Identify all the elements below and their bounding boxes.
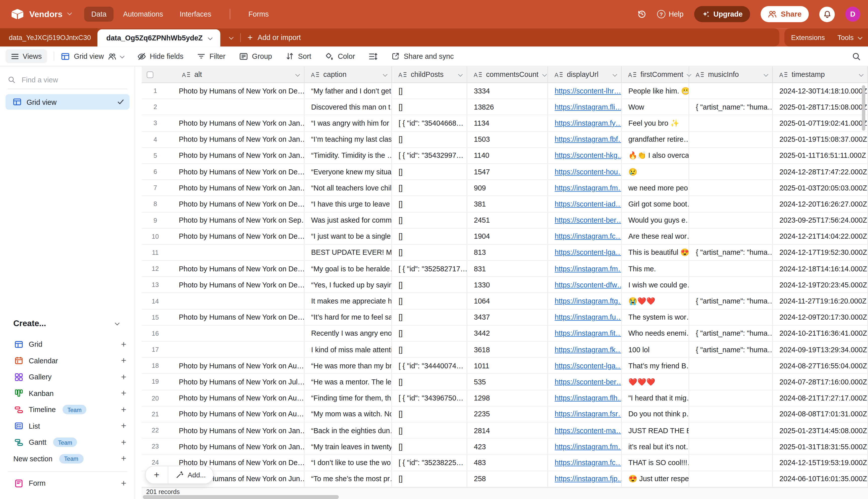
cell-rownum[interactable]: 14	[142, 293, 169, 309]
cell-rownum[interactable]: 21	[142, 406, 169, 422]
cell-musicInfo[interactable]	[689, 358, 773, 373]
cell-childPosts[interactable]: [ { "id": "35238225…	[392, 455, 467, 470]
cell-musicInfo[interactable]	[689, 115, 773, 131]
cell-commentsCount[interactable]: 483	[467, 455, 548, 470]
display-url-link[interactable]: https://instagram.fu…	[555, 313, 622, 321]
airtable-logo-icon[interactable]	[11, 9, 24, 19]
cell-firstComment[interactable]: we need more peo…	[622, 180, 689, 196]
cell-alt[interactable]: Photo by Humans of New York on De…	[169, 164, 305, 179]
cell-firstComment[interactable]: People like him. 😬	[622, 83, 689, 99]
cell-displayUrl[interactable]: https://instagram.fc…	[548, 455, 622, 470]
plus-icon[interactable]: +	[121, 340, 126, 349]
color-button[interactable]: Color	[325, 52, 355, 61]
cell-firstComment[interactable]: 😍 Just utter respe…	[622, 471, 689, 487]
cell-childPosts[interactable]: []	[392, 99, 467, 115]
cell-commentsCount[interactable]: 2451	[467, 212, 548, 228]
cell-caption[interactable]: BEST UPDATE EVER! Mos…	[305, 245, 392, 260]
cell-commentsCount[interactable]: 3442	[467, 326, 548, 341]
cell-displayUrl[interactable]: https://instagram.fk…	[548, 342, 622, 357]
cell-firstComment[interactable]: The system is wor…	[622, 309, 689, 325]
tab-interfaces[interactable]: Interfaces	[173, 7, 219, 22]
cell-timestamp[interactable]: 2024-12-20T16:26:27.000Z	[773, 196, 868, 212]
cell-caption[interactable]: “Everyone knew my situat…	[305, 164, 392, 179]
display-url-link[interactable]: https://instagram.fm…	[555, 442, 622, 451]
views-button[interactable]: Views	[5, 49, 47, 63]
cell-displayUrl[interactable]: https://instagram.flh…	[548, 390, 622, 406]
cell-musicInfo[interactable]	[689, 180, 773, 196]
cell-rownum[interactable]: 12	[142, 261, 169, 276]
cell-caption[interactable]: “He was a mentor. The le…	[305, 374, 392, 390]
cell-childPosts[interactable]: []	[392, 406, 467, 422]
cell-timestamp[interactable]: 2025-01-31T18:31:55.000Z	[773, 439, 868, 454]
cell-rownum[interactable]: 23	[142, 439, 169, 454]
cell-commentsCount[interactable]: 1547	[467, 164, 548, 179]
cell-rownum[interactable]: 13	[142, 277, 169, 293]
cell-childPosts[interactable]: [ { "id": "35404668…	[392, 115, 467, 131]
cell-displayUrl[interactable]: https://scontent-lhr…	[548, 83, 622, 99]
table-tab-inactive[interactable]: data_YeJXCj519OJntxC30	[0, 28, 97, 47]
cell-rownum[interactable]: 17	[142, 342, 169, 357]
tab-automations[interactable]: Automations	[116, 7, 170, 22]
display-url-link[interactable]: https://instagram.fm…	[555, 184, 622, 192]
cell-firstComment[interactable]: Do you not think p…	[622, 406, 689, 422]
create-item-gallery[interactable]: Gallery+	[0, 369, 135, 385]
tab-data[interactable]: Data	[84, 7, 114, 22]
cell-timestamp[interactable]: 2024-12-18T14:16:14.000Z	[773, 261, 868, 276]
cell-rownum[interactable]: 8	[142, 196, 169, 212]
cell-timestamp[interactable]: 2025-01-03T20:05:03.000Z	[773, 180, 868, 196]
cell-caption[interactable]: Was just asked for comm…	[305, 212, 392, 228]
cell-childPosts[interactable]: []	[392, 326, 467, 341]
column-header-displayUrl[interactable]: AdisplayUrl	[548, 66, 622, 82]
cell-caption[interactable]: “My father and I don’t get…	[305, 83, 392, 99]
cell-alt[interactable]: Photo by Humans of New York on Jan…	[169, 115, 305, 131]
cell-commentsCount[interactable]: 535	[467, 374, 548, 390]
cell-commentsCount[interactable]: 423	[467, 439, 548, 454]
cell-commentsCount[interactable]: 1904	[467, 229, 548, 244]
cell-displayUrl[interactable]: https://scontent-ber…	[548, 212, 622, 228]
cell-alt[interactable]: Photo by Humans of New York on Jul…	[169, 374, 305, 390]
cell-firstComment[interactable]: Would you guys e…	[622, 212, 689, 228]
cell-musicInfo[interactable]	[689, 423, 773, 438]
sort-button[interactable]: Sort	[286, 52, 311, 60]
chevron-down-icon[interactable]	[687, 73, 691, 76]
cell-alt[interactable]: Photo by Humans of New York on Jan…	[169, 180, 305, 196]
chevron-down-icon[interactable]	[296, 73, 299, 76]
cell-displayUrl[interactable]: https://scontent-dfw…	[548, 277, 622, 293]
cell-timestamp[interactable]: 2025-01-19T15:08:37.000Z	[773, 132, 868, 147]
chevron-down-icon[interactable]	[859, 73, 863, 76]
cell-childPosts[interactable]: []	[392, 439, 467, 454]
plus-icon[interactable]: +	[121, 422, 126, 430]
plus-icon[interactable]: +	[121, 373, 126, 381]
cell-childPosts[interactable]: []	[392, 309, 467, 325]
create-item-new-section[interactable]: New sectionTeam+	[0, 451, 135, 467]
cell-commentsCount[interactable]: 1064	[467, 293, 548, 309]
cell-displayUrl[interactable]: https://instagram.fjp…	[548, 471, 622, 487]
cell-commentsCount[interactable]: 1011	[467, 358, 548, 373]
filter-button[interactable]: Filter	[197, 52, 225, 60]
cell-alt[interactable]: Photo by Humans of New York on De…	[169, 229, 305, 244]
cell-musicInfo[interactable]: { "artist_name": "huma…	[689, 99, 773, 115]
plus-icon[interactable]: +	[121, 438, 126, 447]
cell-childPosts[interactable]: []	[392, 212, 467, 228]
cell-displayUrl[interactable]: https://scontent-ma…	[548, 423, 622, 438]
cell-firstComment[interactable]: "I heard that it mig…	[622, 390, 689, 406]
find-view-input[interactable]	[21, 75, 104, 84]
workspace-chevron-down-icon[interactable]	[67, 11, 72, 15]
add-or-import-button[interactable]: + Add or import	[247, 33, 301, 42]
display-url-link[interactable]: https://scontent-lga…	[555, 362, 622, 370]
cell-musicInfo[interactable]	[689, 229, 773, 244]
display-url-link[interactable]: https://instagram.fli…	[555, 103, 622, 111]
upgrade-button[interactable]: Upgrade	[694, 6, 750, 22]
cell-caption[interactable]: It makes me appreciate h…	[305, 293, 392, 309]
cell-rownum[interactable]: 4	[142, 132, 169, 147]
cell-commentsCount[interactable]: 831	[467, 261, 548, 276]
share-button[interactable]: Share	[761, 6, 809, 22]
cell-musicInfo[interactable]	[689, 212, 773, 228]
workspace-title[interactable]: Vendors	[29, 9, 63, 19]
cell-childPosts[interactable]: []	[392, 277, 467, 293]
plus-icon[interactable]: +	[121, 405, 126, 414]
cell-childPosts[interactable]: []	[392, 342, 467, 357]
cell-musicInfo[interactable]: { "artist_name": "huma…	[689, 245, 773, 260]
display-url-link[interactable]: https://instagram.fy…	[555, 119, 622, 127]
column-header-caption[interactable]: Acaption	[305, 66, 392, 82]
